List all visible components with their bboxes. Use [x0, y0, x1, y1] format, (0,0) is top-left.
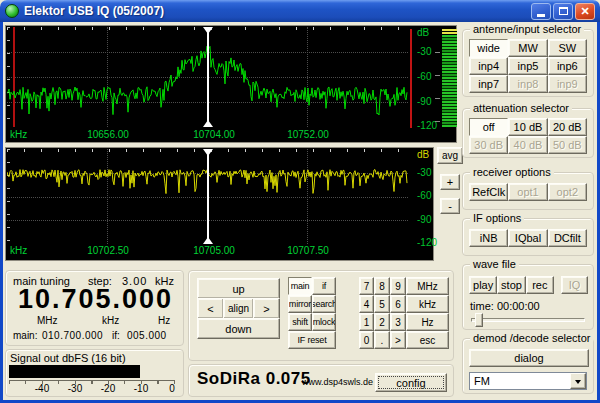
- antenna-inp6-button[interactable]: inp6: [548, 57, 587, 75]
- tune-left-button[interactable]: <: [197, 298, 224, 319]
- if-options-group-title: IF options: [470, 212, 524, 224]
- app-icon: [5, 4, 19, 18]
- db-tick: -60: [417, 190, 431, 201]
- tune-up-button[interactable]: up: [197, 278, 280, 299]
- if-options-group: IF options iNB IQbal DCfilt: [462, 218, 594, 256]
- key-6[interactable]: 6: [390, 295, 406, 313]
- db-tick: -90: [417, 214, 431, 225]
- mode-mirror-button[interactable]: mirror: [288, 295, 312, 313]
- zoom-out-button[interactable]: -: [440, 198, 460, 214]
- cursor-arrow-bottom: [203, 115, 213, 127]
- if-reset-button[interactable]: IF reset: [288, 331, 336, 349]
- close-button[interactable]: ✕: [575, 3, 595, 20]
- tune-right-button[interactable]: >: [253, 298, 280, 319]
- main-freq-value: 010.700.000: [42, 330, 103, 341]
- config-button[interactable]: config: [375, 373, 447, 392]
- mode-main-button[interactable]: main: [288, 277, 312, 295]
- receiver-group-title: receiver options: [470, 166, 554, 178]
- signal-out-panel: Signal out dbFS (16 bit) -40 -30 -20 -10…: [5, 349, 184, 397]
- key-mhz[interactable]: MHz: [406, 277, 449, 295]
- mode-shift-button[interactable]: shift: [288, 313, 312, 331]
- mode-mlock-button[interactable]: mlock: [312, 313, 336, 331]
- antenna-mw-button[interactable]: MW: [508, 39, 547, 57]
- db-tick: -90: [417, 96, 431, 107]
- refclk-button[interactable]: RefClk: [469, 183, 508, 201]
- atten-30db-button: 30 dB: [469, 136, 508, 154]
- axis-tick-label: 10707.50: [287, 245, 329, 256]
- key-7[interactable]: 7: [359, 277, 374, 295]
- avg-button[interactable]: avg: [437, 147, 463, 164]
- key-2[interactable]: 2: [374, 313, 390, 331]
- signal-out-label: Signal out dbFS (16 bit): [10, 352, 126, 364]
- db-tick: -30: [417, 46, 431, 57]
- rf-spectrum-plot[interactable]: [7, 27, 408, 127]
- key-enter[interactable]: >: [390, 331, 406, 349]
- atten-off-button[interactable]: off: [469, 118, 508, 136]
- opt2-button: opt2: [548, 183, 587, 201]
- wave-slider-track[interactable]: [471, 318, 585, 322]
- key-8[interactable]: 8: [374, 277, 390, 295]
- align-button[interactable]: align: [223, 298, 254, 319]
- key-decimal[interactable]: .: [374, 331, 390, 349]
- stop-button[interactable]: stop: [497, 276, 525, 294]
- key-khz[interactable]: kHz: [406, 295, 449, 313]
- db-tick: -60: [417, 71, 431, 82]
- antenna-inp4-button[interactable]: inp4: [469, 57, 508, 75]
- key-esc[interactable]: esc: [406, 331, 449, 349]
- maximize-button[interactable]: [553, 3, 573, 20]
- scale-label: 0: [169, 383, 175, 394]
- title-bar[interactable]: Elektor USB IQ (05/2007) ✕: [0, 0, 600, 22]
- spacer: [554, 276, 561, 294]
- play-button[interactable]: play: [469, 276, 497, 294]
- signal-level-meter: [442, 29, 457, 127]
- attenuation-selector-group: attenuation selector off 10 dB 20 dB 30 …: [462, 108, 594, 158]
- tune-down-button[interactable]: down: [197, 318, 280, 339]
- antenna-wide-button[interactable]: wide: [469, 39, 508, 57]
- if-spectrum-plot[interactable]: [7, 149, 408, 244]
- mode-if-button[interactable]: if: [312, 277, 336, 295]
- close-icon: ✕: [580, 6, 589, 17]
- key-4[interactable]: 4: [359, 295, 374, 313]
- key-3[interactable]: 3: [390, 313, 406, 331]
- antenna-inp5-button[interactable]: inp5: [508, 57, 547, 75]
- key-1[interactable]: 1: [359, 313, 374, 331]
- scale-label: -40: [35, 383, 49, 394]
- app-name: SoDiRa 0.075: [197, 369, 311, 389]
- demod-select[interactable]: FM: [469, 372, 587, 390]
- antenna-input-selector-group: antenne/input selector wide MW SW inp4 i…: [462, 29, 594, 97]
- antenna-inp7-button[interactable]: inp7: [469, 75, 508, 93]
- level-meter-shading: [442, 29, 457, 127]
- website-link[interactable]: www.dsp4swls.de: [302, 377, 373, 387]
- db-tick: -120: [417, 120, 437, 131]
- mode-search-button[interactable]: search: [312, 295, 336, 313]
- demod-dropdown-button[interactable]: [570, 373, 586, 389]
- frequency-display[interactable]: 10.705.000: [10, 284, 181, 315]
- cursor-arrow-top: [203, 149, 213, 161]
- key-5[interactable]: 5: [374, 295, 390, 313]
- db-tick: -30: [417, 167, 431, 178]
- client-area: kHz 10656.00 10704.00 10752.00 dB -30 -6…: [3, 22, 597, 400]
- wave-slider-thumb[interactable]: [475, 313, 483, 327]
- rf-tuning-cursor[interactable]: [207, 27, 209, 127]
- inb-button[interactable]: iNB: [469, 229, 508, 247]
- if-tuning-cursor[interactable]: [207, 149, 209, 244]
- atten-20db-button[interactable]: 20 dB: [548, 118, 587, 136]
- key-9[interactable]: 9: [390, 277, 406, 295]
- axis-tick-label: 10704.00: [193, 129, 235, 140]
- key-hz[interactable]: Hz: [406, 313, 449, 331]
- antenna-sw-button[interactable]: SW: [548, 39, 587, 57]
- antenna-buttons: wide MW SW inp4 inp5 inp6 inp7 inp8 inp9: [469, 39, 587, 93]
- zoom-in-button[interactable]: +: [440, 174, 460, 190]
- axis-tick-label: 10752.00: [287, 129, 329, 140]
- attenuation-group-title: attenuation selector: [470, 102, 572, 114]
- dialog-button[interactable]: dialog: [469, 349, 589, 367]
- rec-button[interactable]: rec: [526, 276, 554, 294]
- rf-frequency-axis: kHz 10656.00 10704.00 10752.00: [7, 129, 408, 142]
- atten-10db-button[interactable]: 10 dB: [508, 118, 547, 136]
- axis-tick-label: 10705.00: [193, 245, 235, 256]
- dcfilt-button[interactable]: DCfilt: [548, 229, 587, 247]
- minimize-button[interactable]: [531, 3, 551, 20]
- khz-label: kHz: [102, 315, 119, 326]
- key-0[interactable]: 0: [359, 331, 374, 349]
- iqbal-button[interactable]: IQbal: [508, 229, 547, 247]
